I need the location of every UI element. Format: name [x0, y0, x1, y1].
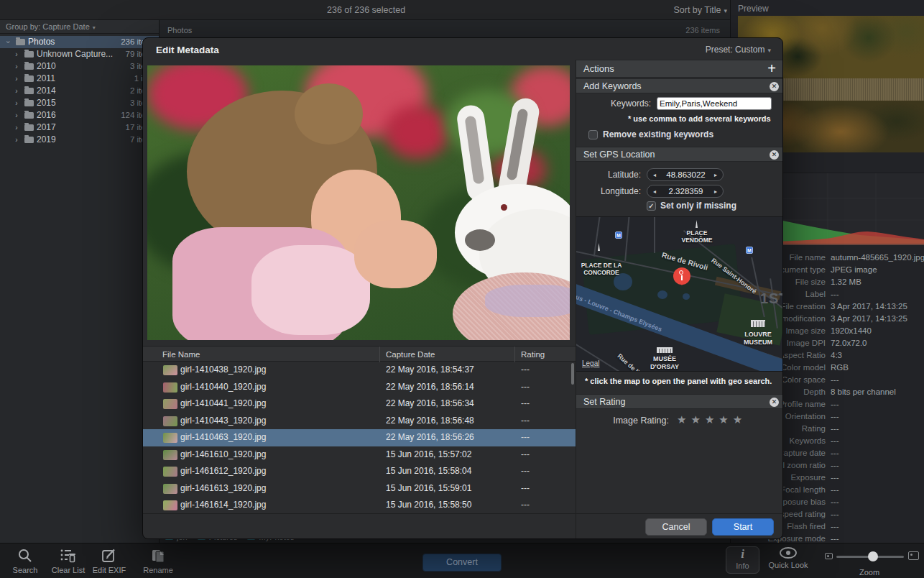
table-row[interactable]: girl-1410441_1920.jpg22 May 2016, 18:56:… — [143, 395, 576, 413]
longitude-label: Longitude: — [579, 186, 641, 196]
file-table: File Name Capture Date Rating girl-14104… — [143, 346, 576, 514]
edit-exif-button[interactable]: Edit EXIF — [84, 548, 134, 574]
preview-title: Preview — [738, 4, 769, 14]
table-header: File Name Capture Date Rating — [143, 346, 576, 362]
chevron-collapsed-icon[interactable]: › — [13, 60, 20, 73]
sidebar-item-2016[interactable]: › 2016 124 items — [0, 109, 159, 121]
add-action-button[interactable]: + — [767, 60, 776, 78]
actions-panel: Actions + Add Keywords ✕ Keywords: * use… — [576, 60, 783, 539]
file-thumbnail — [163, 484, 177, 494]
rating-star-icon[interactable]: ★ — [719, 413, 732, 426]
zoom-slider-knob[interactable] — [868, 551, 878, 561]
preset-dropdown[interactable]: Preset: Custom▾ — [706, 45, 771, 55]
map-legal-link[interactable]: Legal — [582, 359, 599, 367]
rating-star-icon[interactable]: ★ — [690, 413, 704, 426]
table-row[interactable]: girl-1461612_1920.jpg15 Jun 2016, 15:58:… — [143, 463, 576, 480]
set-only-if-missing-label: Set only if missing — [660, 201, 736, 211]
gps-map[interactable]: bus - Louvre - Champs Elysées PLACE VEND… — [576, 216, 783, 372]
info-button[interactable]: i Info — [726, 546, 759, 574]
edit-exif-icon — [101, 548, 118, 564]
chevron-collapsed-icon[interactable]: › — [13, 73, 20, 85]
clear-list-icon — [60, 548, 77, 564]
table-row[interactable]: girl-1461613_1920.jpg15 Jun 2016, 15:59:… — [143, 480, 576, 497]
sidebar: Group by: Capture Date▾ › Photos 236 ite… — [0, 20, 160, 543]
set-only-if-missing-checkbox[interactable]: ✓ — [647, 201, 656, 211]
sort-dropdown[interactable]: Sort by Title▾ — [673, 5, 727, 15]
folder-icon — [24, 63, 34, 70]
keywords-hint: * use comma to add several keywords — [628, 114, 771, 123]
list-item-count: 236 items — [685, 26, 720, 35]
longitude-stepper[interactable]: ◂ 2.328359 ▸ — [647, 185, 724, 198]
file-thumbnail — [163, 450, 177, 460]
app-window: 236 of 236 selected Sort by Title▾ Group… — [0, 0, 924, 578]
folder-icon — [24, 137, 34, 143]
file-thumbnail — [163, 399, 177, 409]
selection-count: 236 of 236 selected — [327, 5, 405, 15]
chevron-collapsed-icon[interactable]: › — [13, 48, 20, 60]
group-by-control[interactable]: Group by: Capture Date▾ — [0, 20, 159, 34]
remove-rating-action-icon[interactable]: ✕ — [770, 398, 779, 407]
table-row[interactable]: girl-1461614_1920.jpg15 Jun 2016, 15:58:… — [143, 497, 576, 514]
large-image-icon — [908, 551, 919, 560]
actions-header: Actions + — [576, 60, 783, 78]
bottom-toolbar: Search Clear List Edit EXIF Rename Conve… — [0, 543, 924, 578]
folder-icon — [24, 88, 34, 94]
table-row[interactable]: girl-1410443_1920.jpg22 May 2016, 18:56:… — [143, 413, 576, 430]
orsay-museum-icon — [657, 347, 673, 353]
map-hint: * click the map to open the panel with g… — [585, 377, 772, 385]
chevron-collapsed-icon[interactable]: › — [13, 109, 20, 121]
rename-button[interactable]: Rename — [133, 548, 183, 574]
folder-icon — [24, 75, 34, 82]
rating-star-icon[interactable]: ★ — [677, 413, 690, 426]
table-scrollbar[interactable] — [571, 363, 574, 385]
file-thumbnail — [163, 467, 177, 477]
map-label-orsay: MUSÉE D'ORSAY — [642, 355, 687, 371]
map-label-concorde: PLACE DE LA CONCORDE — [578, 262, 625, 276]
sidebar-item-2010[interactable]: › 2010 3 items — [0, 60, 159, 73]
search-icon — [17, 548, 33, 564]
remove-existing-keywords-checkbox[interactable] — [588, 130, 598, 139]
rating-star-icon[interactable]: ★ — [733, 413, 747, 426]
sidebar-item-photos[interactable]: › Photos 236 items — [0, 36, 159, 48]
table-row[interactable]: girl-1461610_1920.jpg15 Jun 2016, 15:57:… — [143, 446, 576, 464]
map-label-louvre: LOUVRE MUSEUM — [732, 331, 783, 347]
remove-keywords-action-icon[interactable]: ✕ — [770, 82, 779, 91]
sidebar-item-2017[interactable]: › 2017 17 items — [0, 121, 159, 134]
caret-down-icon: ▾ — [724, 7, 727, 14]
quick-look-button[interactable]: Quick Look — [767, 546, 809, 569]
latitude-stepper[interactable]: ◂ 48.863022 ▸ — [647, 168, 724, 181]
table-row[interactable]: girl-1410438_1920.jpg22 May 2016, 18:54:… — [143, 362, 576, 379]
file-thumbnail — [163, 365, 177, 375]
metro-icon: M — [746, 247, 753, 254]
sidebar-item-2011[interactable]: › 2011 1 item — [0, 73, 159, 85]
chevron-collapsed-icon[interactable]: › — [13, 121, 20, 134]
keywords-input[interactable] — [657, 97, 772, 110]
sidebar-item-2014[interactable]: › 2014 2 items — [0, 85, 159, 97]
increment-icon[interactable]: ▸ — [714, 185, 717, 198]
eye-icon — [778, 546, 798, 559]
convert-button[interactable]: Convert — [422, 554, 502, 572]
increment-icon[interactable]: ▸ — [714, 169, 717, 181]
table-row-selected[interactable]: girl-1410463_1920.jpg22 May 2016, 18:56:… — [143, 429, 576, 446]
remove-gps-action-icon[interactable]: ✕ — [770, 150, 779, 160]
sidebar-item-2015[interactable]: › 2015 3 items — [0, 97, 159, 109]
image-rating-label: Image Rating: — [613, 416, 669, 426]
sidebar-item-2019[interactable]: › 2019 7 items — [0, 134, 159, 146]
start-button[interactable]: Start — [712, 518, 774, 536]
chevron-collapsed-icon[interactable]: › — [13, 85, 20, 97]
chevron-collapsed-icon[interactable]: › — [13, 134, 20, 146]
rating-star-icon[interactable]: ★ — [705, 413, 719, 426]
sidebar-item-unknown-capture[interactable]: › Unknown Capture... 79 items — [0, 48, 159, 60]
cancel-button[interactable]: Cancel — [645, 518, 707, 536]
girl-hands — [354, 220, 437, 288]
latitude-label: Latitude: — [579, 170, 641, 180]
chevron-expanded-icon[interactable]: › — [2, 39, 14, 46]
table-row[interactable]: girl-1410440_1920.jpg22 May 2016, 18:56:… — [143, 379, 576, 396]
map-pin[interactable] — [673, 267, 690, 285]
chevron-collapsed-icon[interactable]: › — [13, 97, 20, 109]
caret-down-icon: ▾ — [93, 24, 96, 31]
folder-icon — [24, 124, 34, 131]
rabbit-eye — [501, 204, 507, 211]
folder-icon — [16, 39, 25, 45]
folder-icon — [24, 112, 34, 119]
